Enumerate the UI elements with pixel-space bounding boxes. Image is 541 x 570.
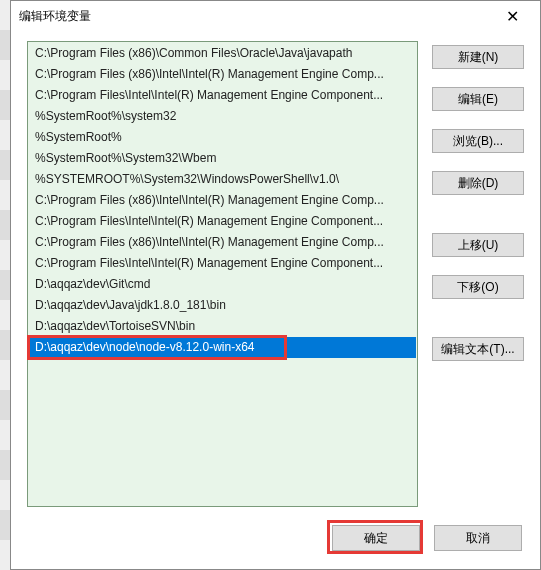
list-item[interactable]: C:\Program Files\Intel\Intel(R) Manageme…: [29, 85, 416, 106]
ok-button-label: 确定: [364, 530, 388, 547]
move-down-button[interactable]: 下移(O): [432, 275, 524, 299]
dialog-footer: 确定 取消: [11, 517, 540, 569]
list-item[interactable]: D:\aqqaz\dev\Git\cmd: [29, 274, 416, 295]
list-item[interactable]: %SystemRoot%: [29, 127, 416, 148]
titlebar: 编辑环境变量 ✕: [11, 1, 540, 31]
move-up-button-label: 上移(U): [458, 237, 499, 254]
button-column: 新建(N) 编辑(E) 浏览(B)... 删除(D) 上移(U) 下移(O) 编…: [432, 41, 524, 507]
background-strip: [0, 0, 10, 570]
browse-button[interactable]: 浏览(B)...: [432, 129, 524, 153]
edit-button[interactable]: 编辑(E): [432, 87, 524, 111]
move-down-button-label: 下移(O): [457, 279, 498, 296]
path-listbox[interactable]: C:\Program Files (x86)\Common Files\Orac…: [27, 41, 418, 507]
list-item[interactable]: %SYSTEMROOT%\System32\WindowsPowerShell\…: [29, 169, 416, 190]
list-item[interactable]: C:\Program Files (x86)\Common Files\Orac…: [29, 43, 416, 64]
cancel-button-label: 取消: [466, 530, 490, 547]
list-item[interactable]: C:\Program Files (x86)\Intel\Intel(R) Ma…: [29, 64, 416, 85]
list-item[interactable]: C:\Program Files (x86)\Intel\Intel(R) Ma…: [29, 232, 416, 253]
browse-button-label: 浏览(B)...: [453, 133, 503, 150]
dialog-title: 编辑环境变量: [19, 8, 492, 25]
close-icon[interactable]: ✕: [492, 2, 532, 30]
ok-button[interactable]: 确定: [332, 525, 420, 551]
move-up-button[interactable]: 上移(U): [432, 233, 524, 257]
list-item[interactable]: %SystemRoot%\System32\Wbem: [29, 148, 416, 169]
list-item[interactable]: C:\Program Files\Intel\Intel(R) Manageme…: [29, 253, 416, 274]
env-var-dialog: 编辑环境变量 ✕ C:\Program Files (x86)\Common F…: [10, 0, 541, 570]
list-item[interactable]: %SystemRoot%\system32: [29, 106, 416, 127]
list-item[interactable]: C:\Program Files (x86)\Intel\Intel(R) Ma…: [29, 190, 416, 211]
delete-button[interactable]: 删除(D): [432, 171, 524, 195]
list-item[interactable]: D:\aqqaz\dev\Java\jdk1.8.0_181\bin: [29, 295, 416, 316]
edit-button-label: 编辑(E): [458, 91, 498, 108]
list-item[interactable]: C:\Program Files\Intel\Intel(R) Manageme…: [29, 211, 416, 232]
list-item[interactable]: D:\aqqaz\dev\node\node-v8.12.0-win-x64: [29, 337, 416, 358]
edit-text-button[interactable]: 编辑文本(T)...: [432, 337, 524, 361]
new-button-label: 新建(N): [458, 49, 499, 66]
list-item[interactable]: D:\aqqaz\dev\TortoiseSVN\bin: [29, 316, 416, 337]
cancel-button[interactable]: 取消: [434, 525, 522, 551]
new-button[interactable]: 新建(N): [432, 45, 524, 69]
delete-button-label: 删除(D): [458, 175, 499, 192]
dialog-content: C:\Program Files (x86)\Common Files\Orac…: [11, 31, 540, 517]
edit-text-button-label: 编辑文本(T)...: [441, 341, 514, 358]
